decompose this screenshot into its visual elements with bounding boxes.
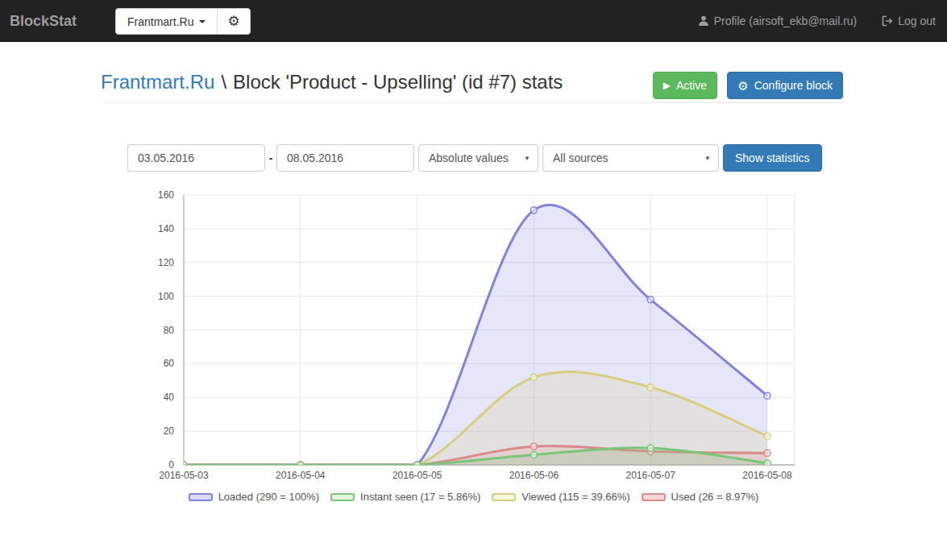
active-label: Active: [676, 79, 707, 92]
block-active-button[interactable]: ▶ Active: [653, 72, 717, 99]
chevron-down-icon: [199, 20, 206, 23]
legend-item-3: Used (26 = 8.97%): [642, 491, 759, 503]
svg-text:2016-05-04: 2016-05-04: [276, 470, 326, 481]
legend-label: Viewed (115 = 39.66%): [521, 491, 629, 503]
play-icon: ▶: [663, 81, 671, 90]
legend-item-1: Instant seen (17 = 5.86%): [330, 491, 480, 503]
source-select[interactable]: All sources: [542, 144, 719, 172]
svg-text:2016-05-03: 2016-05-03: [159, 470, 209, 481]
svg-text:120: 120: [158, 257, 174, 268]
site-selector-group: Frantmart.Ru ⚙: [115, 8, 251, 35]
site-selector-label: Frantmart.Ru: [127, 15, 193, 28]
chart-legend: Loaded (290 = 100%)Instant seen (17 = 5.…: [0, 491, 947, 503]
site-selector-dropdown[interactable]: Frantmart.Ru: [116, 9, 217, 34]
brand-logo[interactable]: BlockStat: [10, 0, 77, 42]
site-breadcrumb-link[interactable]: Frantmart.Ru: [101, 71, 214, 93]
svg-text:80: 80: [164, 325, 175, 336]
svg-text:100: 100: [158, 291, 174, 302]
legend-label: Loaded (290 = 100%): [218, 491, 319, 503]
title-text: Block 'Product - Upselling' (id #7) stat…: [233, 71, 563, 93]
svg-text:0: 0: [168, 459, 174, 471]
legend-swatch: [189, 493, 213, 501]
configure-label: Configure block: [754, 79, 833, 92]
svg-text:160: 160: [158, 189, 174, 201]
svg-text:2016-05-06: 2016-05-06: [509, 470, 559, 481]
gear-icon: ⚙: [227, 13, 239, 30]
svg-text:60: 60: [164, 358, 175, 369]
profile-label: Profile (airsoft_ekb@mail.ru): [714, 15, 858, 27]
stats-chart-area: 0204060801001201401602016-05-032016-05-0…: [0, 185, 947, 488]
svg-text:140: 140: [158, 223, 174, 234]
logout-label: Log out: [898, 15, 936, 27]
profile-link[interactable]: Profile (airsoft_ekb@mail.ru): [698, 15, 858, 27]
legend-label: Used (26 = 8.97%): [671, 491, 759, 503]
svg-text:20: 20: [164, 425, 175, 437]
date-to-input[interactable]: [276, 144, 414, 172]
legend-item-0: Loaded (290 = 100%): [189, 491, 319, 503]
value-mode-select-wrap: Absolute values ▼: [418, 144, 538, 172]
svg-text:40: 40: [164, 392, 175, 403]
configure-block-button[interactable]: ⚙ Configure block: [727, 72, 843, 99]
gear-icon: ⚙: [737, 80, 748, 92]
show-statistics-button[interactable]: Show statistics: [723, 144, 822, 172]
legend-swatch: [642, 493, 666, 501]
filter-bar: - Absolute values ▼ All sources ▼ Show s…: [0, 144, 947, 172]
svg-text:2016-05-05: 2016-05-05: [393, 470, 442, 481]
legend-swatch: [330, 493, 355, 501]
logout-icon: [881, 15, 893, 27]
legend-item-2: Viewed (115 = 39.66%): [492, 491, 629, 503]
value-mode-select[interactable]: Absolute values: [418, 144, 538, 172]
svg-text:2016-05-08: 2016-05-08: [742, 470, 792, 481]
title-separator: \: [221, 71, 226, 93]
source-select-wrap: All sources ▼: [542, 144, 719, 172]
top-navbar: BlockStat Frantmart.Ru ⚙ Profile (airsof…: [0, 0, 947, 42]
stats-chart: 0204060801001201401602016-05-032016-05-0…: [0, 185, 947, 488]
legend-swatch: [492, 493, 516, 501]
date-from-input[interactable]: [127, 144, 265, 172]
site-settings-button[interactable]: ⚙: [217, 9, 249, 34]
svg-text:2016-05-07: 2016-05-07: [626, 470, 676, 481]
logout-link[interactable]: Log out: [881, 15, 936, 27]
date-range-separator: -: [267, 144, 275, 172]
blockstat-app: BlockStat Frantmart.Ru ⚙ Profile (airsof…: [0, 0, 947, 560]
navbar-right: Profile (airsoft_ekb@mail.ru) Log out: [698, 0, 936, 42]
page-header: Frantmart.Ru\Block 'Product - Upselling'…: [101, 68, 843, 103]
person-icon: [698, 15, 709, 27]
legend-label: Instant seen (17 = 5.86%): [360, 491, 480, 503]
